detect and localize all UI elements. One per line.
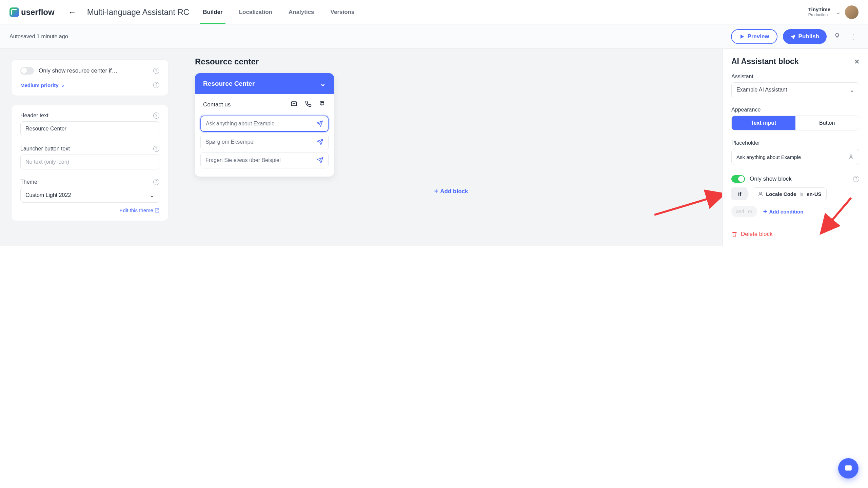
show-if-label: Only show resource center if…: [39, 67, 117, 74]
contact-us-label: Contact us: [203, 101, 231, 108]
header-text-input[interactable]: [20, 121, 159, 136]
assistant-select[interactable]: Example AI Assistant ⌄: [731, 82, 859, 97]
logo-mark-icon: [9, 7, 19, 17]
workspace-switcher[interactable]: TinyTime Production: [808, 6, 830, 17]
preview-button[interactable]: Preview: [731, 29, 777, 44]
logo[interactable]: userflow: [9, 7, 55, 17]
placeholder-label: Placeholder: [731, 140, 859, 146]
chevron-down-icon[interactable]: ⌄: [836, 8, 841, 16]
close-icon[interactable]: ✕: [854, 58, 860, 66]
only-show-block-toggle[interactable]: [731, 175, 745, 183]
help-icon[interactable]: ?: [153, 68, 159, 74]
svg-line-1: [654, 195, 722, 215]
help-icon[interactable]: ?: [153, 113, 159, 119]
user-icon: [848, 154, 854, 160]
tab-analytics[interactable]: Analytics: [289, 1, 314, 24]
center-heading: Resource center: [195, 57, 707, 66]
priority-selector[interactable]: Medium priority ⌄: [20, 82, 65, 88]
placeholder-input[interactable]: Ask anything about Example: [731, 149, 859, 165]
appearance-button[interactable]: Button: [795, 116, 859, 130]
ask-input-en[interactable]: Ask anything about Example: [200, 116, 329, 132]
user-icon: [758, 191, 763, 197]
add-condition-button[interactable]: + Add condition: [763, 208, 804, 216]
logo-text: userflow: [21, 7, 55, 17]
mail-icon[interactable]: [291, 100, 297, 109]
chat-icon[interactable]: [319, 100, 326, 109]
add-block-button[interactable]: + Add block: [434, 187, 468, 195]
send-icon: [316, 120, 323, 127]
help-icon[interactable]: ?: [153, 82, 159, 88]
ask-input-da[interactable]: Spørg om Eksempel: [200, 134, 329, 150]
help-icon[interactable]: ?: [153, 146, 159, 152]
chevron-down-icon: ⌄: [150, 192, 154, 199]
chevron-down-icon[interactable]: ⌄: [320, 79, 326, 88]
delete-block-button[interactable]: Delete block: [731, 231, 859, 238]
svg-point-3: [760, 192, 762, 194]
lightbulb-icon[interactable]: [832, 30, 842, 42]
condition-if: If: [731, 187, 749, 200]
launcher-text-label: Launcher button text: [20, 146, 70, 152]
tab-localization[interactable]: Localization: [239, 1, 272, 24]
back-button[interactable]: ←: [68, 7, 76, 17]
help-icon[interactable]: ?: [853, 176, 859, 182]
ask-input-de[interactable]: Fragen Sie etwas über Beispiel: [200, 152, 329, 168]
chevron-down-icon: ⌄: [850, 87, 854, 93]
assistant-label: Assistant: [731, 74, 859, 80]
page-title: Multi-language Assistant RC: [87, 7, 189, 17]
theme-select[interactable]: Custom Light 2022 ⌄: [20, 188, 159, 203]
annotation-arrow-icon: [651, 191, 729, 219]
tab-builder[interactable]: Builder: [203, 1, 223, 24]
rc-title: Resource Center: [203, 80, 255, 87]
trash-icon: [731, 231, 737, 237]
and-or-pill[interactable]: and or: [731, 206, 757, 217]
send-icon: [317, 157, 323, 164]
autosave-status: Autosaved 1 minute ago: [9, 34, 68, 40]
svg-point-2: [850, 155, 852, 157]
avatar[interactable]: [845, 5, 859, 19]
only-show-block-label: Only show block: [750, 176, 792, 182]
theme-label: Theme: [20, 179, 37, 185]
appearance-text-input[interactable]: Text input: [732, 116, 795, 130]
launcher-text-input[interactable]: [20, 155, 159, 169]
appearance-label: Appearance: [731, 107, 859, 113]
phone-icon[interactable]: [305, 100, 312, 109]
workspace-env: Production: [808, 13, 830, 17]
chevron-down-icon: ⌄: [61, 82, 65, 88]
more-menu-icon[interactable]: ⋮: [848, 30, 859, 43]
appearance-segmented: Text input Button: [731, 116, 859, 130]
send-icon: [790, 34, 796, 39]
send-icon: [317, 139, 323, 145]
header-text-label: Header text: [20, 113, 48, 119]
resource-center-preview: Resource Center ⌄ Contact us Ask anythin…: [195, 73, 334, 177]
condition-chip[interactable]: Locale Code is en-US: [753, 187, 826, 200]
help-icon[interactable]: ?: [153, 179, 159, 185]
panel-heading: AI Assistant block: [731, 57, 859, 66]
external-link-icon: [155, 208, 159, 213]
play-icon: [739, 34, 745, 39]
publish-button[interactable]: Publish: [783, 29, 827, 44]
edit-theme-link[interactable]: Edit this theme: [120, 207, 159, 213]
workspace-name: TinyTime: [808, 6, 830, 13]
tab-versions[interactable]: Versions: [331, 1, 355, 24]
show-if-toggle[interactable]: [20, 67, 34, 75]
